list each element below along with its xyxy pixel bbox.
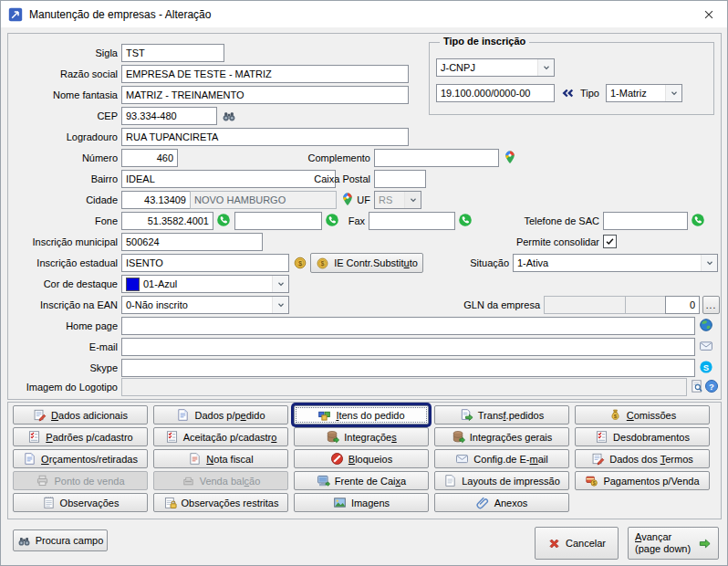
chevron-down-icon <box>272 276 288 292</box>
map-pin-icon[interactable] <box>503 150 517 164</box>
button-integracoes-gerais[interactable]: Integrações gerais <box>434 427 569 446</box>
red-x-icon <box>547 537 561 550</box>
logradouro-input[interactable] <box>121 128 409 146</box>
situacao-value: 1-Ativa <box>514 257 701 268</box>
svg-text:S: S <box>703 362 709 372</box>
button-layouts-de-impressao[interactable]: Layouts de impressão <box>434 471 569 490</box>
button-itens-do-pedido[interactable]: Itens do pedido <box>294 405 429 424</box>
button-orcamentos-retiradas[interactable]: Orçamentos/retiradas <box>13 449 148 468</box>
button-config-de-email[interactable]: Config.de E-mail <box>434 449 569 468</box>
fax-input[interactable] <box>369 212 455 230</box>
button-comissoes[interactable]: $Comissões <box>575 405 710 424</box>
whatsapp-icon[interactable] <box>216 213 231 227</box>
button-dados-adicionais[interactable]: Dados adicionais <box>13 405 148 424</box>
whatsapp-icon[interactable] <box>458 213 473 227</box>
inscricao-ean-label: Inscrição na EAN <box>4 299 118 311</box>
app-icon <box>8 7 23 22</box>
binoculars-icon[interactable] <box>222 109 236 123</box>
inscricao-estadual-input[interactable] <box>121 254 289 272</box>
fone2-input[interactable] <box>234 212 322 230</box>
help-icon[interactable]: ? <box>704 379 719 393</box>
no-entry-icon <box>330 452 344 466</box>
coin-icon: $ <box>316 257 329 270</box>
button-dados-dos-termos[interactable]: Dados dos Termos <box>575 449 710 468</box>
close-button[interactable] <box>702 8 715 21</box>
mail-icon[interactable] <box>699 339 713 353</box>
inscricao-ean-value: 0-Não inscrito <box>122 299 272 310</box>
home-page-input[interactable] <box>121 317 695 335</box>
gln-seg1-input <box>544 296 626 314</box>
nome-fantasia-input[interactable] <box>121 86 409 104</box>
button-label: Config.de E-mail <box>473 454 547 465</box>
ie-contr-substituto-button[interactable]: $ IE Contr.Substituto <box>310 253 423 273</box>
doc-arrow-icon <box>460 408 473 422</box>
button-anexos[interactable]: Anexos <box>434 493 569 512</box>
button-label: Ponto de venda <box>54 476 124 487</box>
button-transf-pedidos[interactable]: Transf.pedidos <box>434 405 569 424</box>
tipo-documento-select[interactable]: J-CNPJ <box>436 58 555 77</box>
tipo-inscricao-groupbox <box>429 42 714 115</box>
button-label: Dados dos Termos <box>609 454 693 465</box>
telefone-sac-input[interactable] <box>603 212 688 230</box>
permite-consolidar-checkbox[interactable] <box>603 235 617 248</box>
title-bar: Manutenção de empresas - Alteração <box>1 1 727 27</box>
sigla-label: Sigla <box>4 47 118 59</box>
cep-input[interactable] <box>121 107 217 125</box>
button-integracoes[interactable]: Integrações <box>294 427 429 446</box>
database-icon <box>326 430 339 444</box>
fax-label: Fax <box>328 215 365 227</box>
numero-input[interactable] <box>121 149 178 167</box>
button-observacoes-restritas[interactable]: Observações restritas <box>153 493 288 512</box>
gln-empresa-label: GLN da empresa <box>436 299 540 311</box>
inscricao-ean-select[interactable]: 0-Não inscrito <box>121 296 289 314</box>
window-title: Manutenção de empresas - Alteração <box>29 8 211 21</box>
receita-federal-icon[interactable] <box>560 86 575 100</box>
doc-zoom-icon[interactable] <box>690 379 704 393</box>
checklist-icon <box>27 430 41 444</box>
button-label: Desdobramentos <box>613 432 690 443</box>
cidade-codigo-input[interactable] <box>121 191 191 209</box>
button-imagens[interactable]: Imagens <box>294 493 429 512</box>
procura-campo-button[interactable]: Procura campo <box>13 529 108 551</box>
logotipo-label: Imagem do Logotipo <box>4 382 118 393</box>
button-label: Observações restritas <box>182 498 279 508</box>
button-pagamentos-p-venda[interactable]: $Pagamentos p/Venda <box>575 471 710 490</box>
sigla-input[interactable] <box>121 44 224 62</box>
whatsapp-icon[interactable] <box>691 213 705 227</box>
paperclip-icon <box>476 496 490 509</box>
skype-icon[interactable]: S <box>699 360 713 374</box>
button-label: Integrações <box>344 432 396 443</box>
gln-more-button[interactable]: ... <box>702 296 720 314</box>
button-dados-p-pedido[interactable]: Dados p/pedido <box>153 405 288 424</box>
button-label: Comissões <box>627 410 676 421</box>
email-input[interactable] <box>121 338 695 356</box>
globe-icon[interactable] <box>699 318 713 332</box>
button-nota-fiscal[interactable]: Nota fiscal <box>153 449 288 468</box>
button-frente-de-caixa[interactable]: Frente de Caixa <box>294 471 429 490</box>
notepad-icon <box>42 496 56 509</box>
cancelar-button[interactable]: Cancelar <box>535 527 619 560</box>
avancar-label-line1: Avançar <box>635 531 671 543</box>
razao-social-input[interactable] <box>121 65 409 83</box>
cnpj-input[interactable] <box>436 84 555 102</box>
permite-consolidar-label: Permite consolidar <box>497 236 599 248</box>
button-bloqueios[interactable]: Bloqueios <box>294 449 429 468</box>
situacao-select[interactable]: 1-Ativa <box>513 254 718 272</box>
avancar-button[interactable]: Avançar (page down) <box>628 527 719 560</box>
fone1-input[interactable] <box>121 212 213 230</box>
cor-destaque-select[interactable]: 01-Azul <box>121 275 289 293</box>
button-aceitacao-p-cadastro[interactable]: Aceitação p/cadastro <box>153 427 288 446</box>
button-observacoes[interactable]: Observações <box>13 493 148 512</box>
inscricao-municipal-input[interactable] <box>121 233 263 251</box>
gln-seg3-input[interactable] <box>665 296 700 314</box>
database-icon <box>452 430 465 444</box>
tipo-matriz-select[interactable]: 1-Matriz <box>606 84 682 102</box>
complemento-input[interactable] <box>374 149 499 167</box>
uf-label: UF <box>276 194 370 206</box>
caixa-postal-input[interactable] <box>374 170 426 188</box>
skype-input[interactable] <box>121 359 695 377</box>
button-desdobramentos[interactable]: Desdobramentos <box>575 427 710 446</box>
button-padroes-p-cadastro[interactable]: Padrões p/cadastro <box>13 427 148 446</box>
situacao-label: Situação <box>433 257 509 269</box>
button-label: Orçamentos/retiradas <box>41 454 138 465</box>
